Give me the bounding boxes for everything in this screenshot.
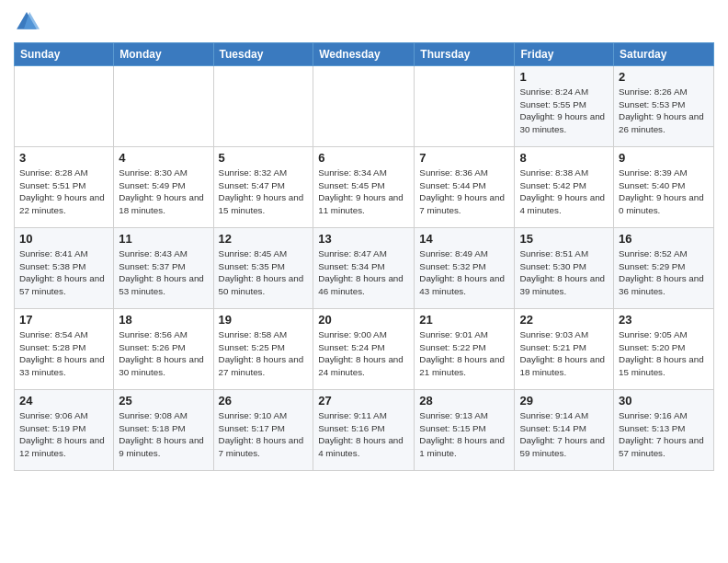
day-number: 22 [519, 313, 609, 327]
calendar-week-row: 1Sunrise: 8:24 AM Sunset: 5:55 PM Daylig… [15, 66, 714, 147]
calendar-cell: 18Sunrise: 8:56 AM Sunset: 5:26 PM Dayli… [114, 309, 213, 390]
day-number: 14 [419, 232, 509, 246]
day-number: 1 [519, 70, 609, 84]
day-info: Sunrise: 8:54 AM Sunset: 5:28 PM Dayligh… [19, 328, 108, 379]
calendar-cell: 30Sunrise: 9:16 AM Sunset: 5:13 PM Dayli… [614, 390, 714, 471]
day-info: Sunrise: 9:06 AM Sunset: 5:19 PM Dayligh… [19, 409, 108, 460]
logo [14, 9, 43, 35]
weekday-header: Saturday [614, 43, 714, 66]
day-number: 16 [619, 232, 709, 246]
calendar-cell [15, 66, 114, 147]
day-info: Sunrise: 9:14 AM Sunset: 5:14 PM Dayligh… [519, 409, 609, 460]
calendar-cell [213, 66, 313, 147]
day-number: 26 [219, 394, 309, 408]
calendar-cell: 14Sunrise: 8:49 AM Sunset: 5:32 PM Dayli… [415, 228, 515, 309]
day-number: 4 [119, 151, 208, 165]
day-number: 11 [119, 232, 208, 246]
day-info: Sunrise: 8:28 AM Sunset: 5:51 PM Dayligh… [19, 167, 108, 217]
weekday-header: Wednesday [313, 43, 415, 66]
day-info: Sunrise: 8:56 AM Sunset: 5:26 PM Dayligh… [119, 328, 208, 379]
day-number: 5 [219, 151, 309, 165]
calendar: SundayMondayTuesdayWednesdayThursdayFrid… [14, 42, 714, 471]
day-number: 25 [119, 394, 208, 408]
weekday-header: Monday [114, 43, 213, 66]
calendar-cell: 17Sunrise: 8:54 AM Sunset: 5:28 PM Dayli… [15, 309, 114, 390]
calendar-cell: 21Sunrise: 9:01 AM Sunset: 5:22 PM Dayli… [415, 309, 515, 390]
calendar-cell: 11Sunrise: 8:43 AM Sunset: 5:37 PM Dayli… [114, 228, 213, 309]
day-info: Sunrise: 8:43 AM Sunset: 5:37 PM Dayligh… [119, 247, 208, 298]
day-info: Sunrise: 8:24 AM Sunset: 5:55 PM Dayligh… [519, 86, 609, 136]
calendar-cell: 2Sunrise: 8:26 AM Sunset: 5:53 PM Daylig… [614, 66, 714, 147]
day-info: Sunrise: 8:38 AM Sunset: 5:42 PM Dayligh… [519, 167, 609, 217]
calendar-week-row: 24Sunrise: 9:06 AM Sunset: 5:19 PM Dayli… [15, 390, 714, 471]
weekday-header: Thursday [415, 43, 515, 66]
day-number: 17 [19, 313, 108, 327]
day-number: 3 [19, 151, 108, 165]
calendar-cell: 24Sunrise: 9:06 AM Sunset: 5:19 PM Dayli… [15, 390, 114, 471]
calendar-week-row: 17Sunrise: 8:54 AM Sunset: 5:28 PM Dayli… [15, 309, 714, 390]
calendar-cell: 3Sunrise: 8:28 AM Sunset: 5:51 PM Daylig… [15, 147, 114, 228]
day-info: Sunrise: 9:05 AM Sunset: 5:20 PM Dayligh… [619, 328, 709, 379]
day-info: Sunrise: 8:39 AM Sunset: 5:40 PM Dayligh… [619, 167, 709, 217]
day-info: Sunrise: 8:32 AM Sunset: 5:47 PM Dayligh… [219, 167, 309, 217]
day-info: Sunrise: 8:26 AM Sunset: 5:53 PM Dayligh… [619, 86, 709, 136]
calendar-cell: 8Sunrise: 8:38 AM Sunset: 5:42 PM Daylig… [515, 147, 614, 228]
day-info: Sunrise: 9:01 AM Sunset: 5:22 PM Dayligh… [419, 328, 509, 379]
weekday-header: Tuesday [213, 43, 313, 66]
calendar-cell: 22Sunrise: 9:03 AM Sunset: 5:21 PM Dayli… [515, 309, 614, 390]
day-number: 29 [519, 394, 609, 408]
header [14, 9, 714, 35]
calendar-cell: 19Sunrise: 8:58 AM Sunset: 5:25 PM Dayli… [213, 309, 313, 390]
calendar-cell: 6Sunrise: 8:34 AM Sunset: 5:45 PM Daylig… [313, 147, 415, 228]
day-number: 24 [19, 394, 108, 408]
day-number: 15 [519, 232, 609, 246]
calendar-cell: 1Sunrise: 8:24 AM Sunset: 5:55 PM Daylig… [515, 66, 614, 147]
calendar-cell: 27Sunrise: 9:11 AM Sunset: 5:16 PM Dayli… [313, 390, 415, 471]
day-info: Sunrise: 8:45 AM Sunset: 5:35 PM Dayligh… [219, 247, 309, 298]
day-number: 28 [419, 394, 509, 408]
day-number: 27 [318, 394, 409, 408]
logo-icon [14, 9, 40, 35]
day-info: Sunrise: 9:10 AM Sunset: 5:17 PM Dayligh… [219, 409, 309, 460]
day-number: 30 [619, 394, 709, 408]
page-container: SundayMondayTuesdayWednesdayThursdayFrid… [0, 0, 728, 480]
calendar-cell: 23Sunrise: 9:05 AM Sunset: 5:20 PM Dayli… [614, 309, 714, 390]
calendar-cell [415, 66, 515, 147]
calendar-cell: 13Sunrise: 8:47 AM Sunset: 5:34 PM Dayli… [313, 228, 415, 309]
weekday-header: Sunday [15, 43, 114, 66]
day-info: Sunrise: 8:52 AM Sunset: 5:29 PM Dayligh… [619, 247, 709, 298]
calendar-cell [114, 66, 213, 147]
day-info: Sunrise: 9:08 AM Sunset: 5:18 PM Dayligh… [119, 409, 208, 460]
calendar-cell: 25Sunrise: 9:08 AM Sunset: 5:18 PM Dayli… [114, 390, 213, 471]
calendar-cell [313, 66, 415, 147]
day-number: 6 [318, 151, 409, 165]
day-number: 8 [519, 151, 609, 165]
calendar-cell: 9Sunrise: 8:39 AM Sunset: 5:40 PM Daylig… [614, 147, 714, 228]
calendar-cell: 29Sunrise: 9:14 AM Sunset: 5:14 PM Dayli… [515, 390, 614, 471]
day-info: Sunrise: 8:51 AM Sunset: 5:30 PM Dayligh… [519, 247, 609, 298]
calendar-cell: 16Sunrise: 8:52 AM Sunset: 5:29 PM Dayli… [614, 228, 714, 309]
day-number: 2 [619, 70, 709, 84]
calendar-cell: 10Sunrise: 8:41 AM Sunset: 5:38 PM Dayli… [15, 228, 114, 309]
day-number: 7 [419, 151, 509, 165]
day-info: Sunrise: 8:47 AM Sunset: 5:34 PM Dayligh… [318, 247, 409, 298]
calendar-cell: 15Sunrise: 8:51 AM Sunset: 5:30 PM Dayli… [515, 228, 614, 309]
calendar-header-row: SundayMondayTuesdayWednesdayThursdayFrid… [15, 43, 714, 66]
calendar-week-row: 3Sunrise: 8:28 AM Sunset: 5:51 PM Daylig… [15, 147, 714, 228]
calendar-cell: 7Sunrise: 8:36 AM Sunset: 5:44 PM Daylig… [415, 147, 515, 228]
day-info: Sunrise: 8:58 AM Sunset: 5:25 PM Dayligh… [219, 328, 309, 379]
day-number: 19 [219, 313, 309, 327]
calendar-cell: 12Sunrise: 8:45 AM Sunset: 5:35 PM Dayli… [213, 228, 313, 309]
day-info: Sunrise: 8:41 AM Sunset: 5:38 PM Dayligh… [19, 247, 108, 298]
day-info: Sunrise: 8:30 AM Sunset: 5:49 PM Dayligh… [119, 167, 208, 217]
day-number: 18 [119, 313, 208, 327]
day-number: 21 [419, 313, 509, 327]
day-info: Sunrise: 9:16 AM Sunset: 5:13 PM Dayligh… [619, 409, 709, 460]
day-number: 10 [19, 232, 108, 246]
day-info: Sunrise: 9:11 AM Sunset: 5:16 PM Dayligh… [318, 409, 409, 460]
day-info: Sunrise: 9:00 AM Sunset: 5:24 PM Dayligh… [318, 328, 409, 379]
day-number: 23 [619, 313, 709, 327]
day-number: 13 [318, 232, 409, 246]
day-info: Sunrise: 8:34 AM Sunset: 5:45 PM Dayligh… [318, 167, 409, 217]
day-info: Sunrise: 9:13 AM Sunset: 5:15 PM Dayligh… [419, 409, 509, 460]
